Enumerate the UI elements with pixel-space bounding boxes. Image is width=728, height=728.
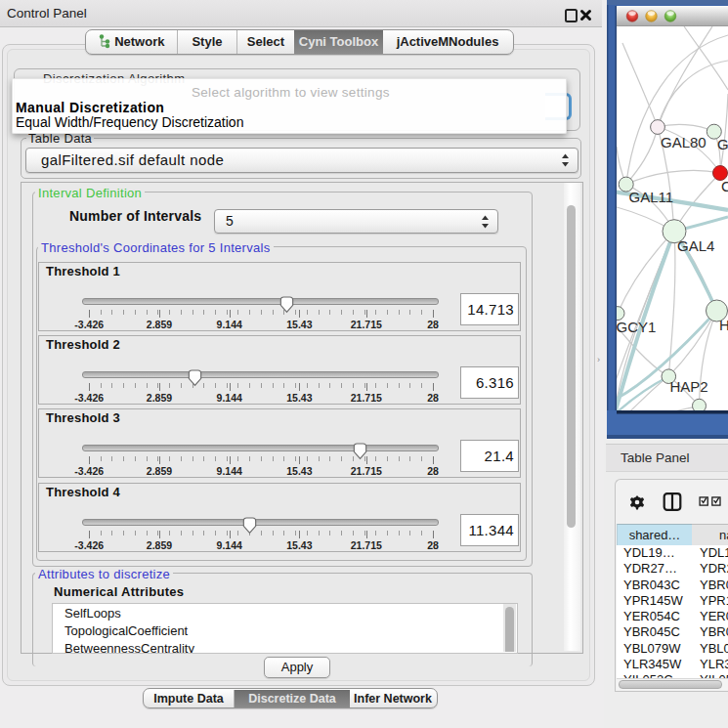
svg-text:C: C [721,178,728,194]
svg-text:GAL80: GAL80 [661,134,707,150]
svg-text:GAL4: GAL4 [677,237,714,254]
svg-text:GCY1: GCY1 [617,319,657,335]
svg-text:H: H [719,317,728,333]
svg-text:GAL11: GAL11 [629,189,674,205]
svg-text:GA: GA [717,136,728,152]
svg-text:HAP2: HAP2 [670,378,708,395]
